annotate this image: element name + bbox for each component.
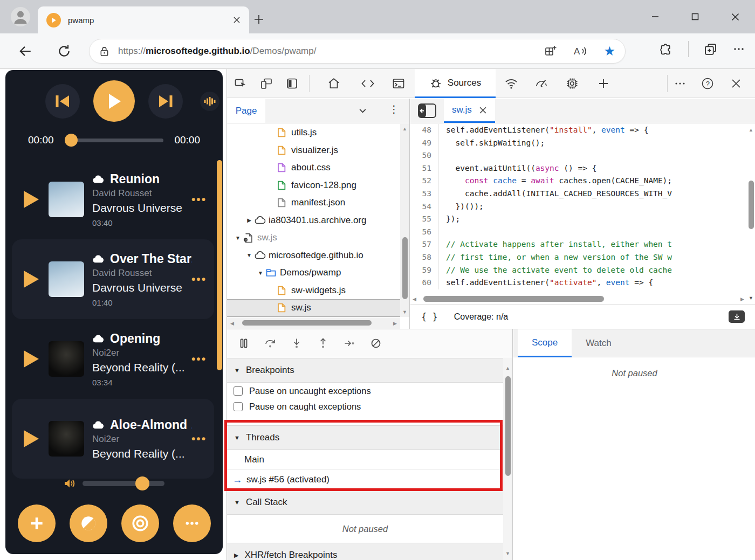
window-minimize-button[interactable] [635, 0, 675, 33]
scrollbar-thumb[interactable] [402, 237, 408, 299]
code-line-56[interactable]: 56 [410, 226, 746, 239]
line-number[interactable]: 49 [410, 137, 438, 150]
hide-navigator-icon[interactable] [418, 103, 436, 118]
dock-side-icon[interactable] [283, 74, 302, 93]
track-item-opening[interactable]: OpeningNoi2erBeyond Reality (...03:34••• [12, 319, 214, 399]
debugger-vertical-scrollbar[interactable]: ▲ ▼ [503, 358, 512, 560]
section-threads[interactable]: ▼ Threads [227, 425, 512, 450]
favorites-star-icon[interactable]: ★ [603, 45, 615, 58]
checkbox-unchecked[interactable] [234, 402, 243, 411]
code-line-59[interactable]: 59// We use the activate event to delete… [410, 264, 746, 277]
track-item-aloe-almond-[interactable]: Aloe-Almond ...Noi2erBeyond Reality (...… [12, 399, 214, 479]
triangle-expanded-icon[interactable]: ▼ [244, 252, 255, 258]
thread-row-main[interactable]: Main [227, 450, 503, 470]
playlist-scrollbar[interactable] [217, 160, 222, 370]
tree-item-favicon-128-png[interactable]: favicon-128.png [227, 177, 400, 195]
code-line-52[interactable]: 52 const cache = await caches.open(CACHE… [410, 175, 746, 188]
devtools-close-icon[interactable] [726, 74, 746, 93]
add-song-button[interactable] [18, 504, 56, 542]
line-number[interactable]: 60 [410, 276, 438, 289]
tree-item-manifest-json[interactable]: manifest.json [227, 194, 400, 212]
browser-menu-icon[interactable] [732, 43, 745, 56]
triangle-expanded-icon[interactable]: ▼ [255, 270, 266, 276]
scroll-down-icon[interactable]: ▼ [749, 295, 753, 301]
tab-sources[interactable]: Sources [415, 69, 496, 98]
scrollbar-thumb[interactable] [242, 320, 372, 326]
tab-scope[interactable]: Scope [518, 329, 572, 357]
track-menu-icon[interactable]: ••• [191, 432, 207, 445]
step-out-icon[interactable] [313, 333, 333, 354]
scroll-right-icon[interactable]: ▶ [393, 321, 397, 326]
address-bar[interactable]: https://microsoftedge.github.io/Demos/pw… [89, 39, 626, 64]
download-icon[interactable] [729, 310, 745, 323]
devtools-menu-icon[interactable] [670, 74, 690, 93]
step-over-icon[interactable] [260, 333, 280, 354]
code-line-58[interactable]: 58// first time, or when a new version o… [410, 251, 746, 264]
profile-avatar[interactable] [5, 2, 36, 31]
line-number[interactable]: 57 [410, 238, 438, 251]
deactivate-breakpoints-icon[interactable] [366, 333, 386, 354]
code-line-50[interactable]: 50 [410, 149, 746, 162]
line-number[interactable]: 50 [410, 149, 438, 162]
tree-item-demos-pwamp[interactable]: ▼Demos/pwamp [227, 264, 400, 282]
elements-panel-icon[interactable] [358, 74, 378, 93]
checkbox-row[interactable]: Pause on caught exceptions [227, 399, 503, 414]
section-call-stack[interactable]: ▼ Call Stack [227, 490, 512, 515]
navigator-tab-page[interactable]: Page [227, 99, 265, 123]
play-button[interactable] [93, 80, 135, 122]
checkbox-row[interactable]: Pause on uncaught exceptions [227, 383, 503, 399]
tree-item-sw-js[interactable]: ▼sw.js [227, 229, 400, 247]
scroll-up-icon[interactable]: ▲ [749, 127, 753, 133]
checkbox-unchecked[interactable] [234, 386, 243, 396]
scroll-up-icon[interactable]: ▲ [402, 126, 407, 132]
editor-vertical-scrollbar[interactable]: ▲ ▼ [746, 124, 755, 304]
pause-script-icon[interactable] [234, 333, 254, 354]
code-line-48[interactable]: 48self.addEventListener("install", event… [410, 124, 746, 137]
performance-panel-icon[interactable] [532, 74, 551, 93]
track-item-over-the-star-[interactable]: Over The Star...David RoussetDavrous Uni… [12, 239, 214, 319]
line-number[interactable]: 53 [410, 188, 438, 201]
scrollbar-thumb[interactable] [505, 376, 511, 476]
visualizer-button[interactable] [200, 92, 219, 111]
step-icon[interactable] [339, 333, 360, 354]
scroll-down-icon[interactable]: ▼ [505, 551, 510, 556]
line-number[interactable]: 58 [410, 251, 438, 264]
previous-track-button[interactable] [45, 84, 80, 119]
code-line-53[interactable]: 53 cache.addAll(INITIAL_CACHED_RESOURCES… [410, 188, 746, 201]
triangle-expanded-icon[interactable]: ▼ [232, 235, 243, 241]
editor-horizontal-scrollbar[interactable]: ◀ ▶ [410, 294, 746, 304]
track-play-icon[interactable] [22, 429, 40, 448]
next-track-button[interactable] [148, 84, 183, 119]
collections-icon[interactable] [704, 43, 717, 56]
tree-item-utils-js[interactable]: utils.js [227, 124, 400, 142]
tab-close-icon[interactable] [233, 16, 241, 24]
scroll-left-icon[interactable]: ◀ [413, 296, 416, 302]
volume-slider[interactable] [83, 476, 164, 490]
inspect-element-icon[interactable] [231, 74, 250, 93]
console-panel-icon[interactable] [389, 74, 408, 93]
track-menu-icon[interactable]: ••• [191, 193, 207, 206]
back-button[interactable] [18, 44, 32, 58]
more-options-button[interactable] [173, 504, 211, 542]
code-line-51[interactable]: 51 event.waitUntil((async () => { [410, 162, 746, 175]
line-number[interactable]: 51 [410, 162, 438, 175]
app-install-icon[interactable] [544, 45, 557, 58]
code-line-55[interactable]: 55}); [410, 213, 746, 226]
extensions-puzzle-icon[interactable] [660, 43, 673, 56]
code-line-49[interactable]: 49 self.skipWaiting(); [410, 137, 746, 150]
tab-watch[interactable]: Watch [572, 329, 626, 357]
tree-item-visualizer-js[interactable]: visualizer.js [227, 142, 400, 160]
line-number[interactable]: 56 [410, 226, 438, 239]
seek-slider[interactable] [65, 134, 164, 147]
navigator-menu-icon[interactable]: ⋮ [389, 103, 399, 115]
window-close-button[interactable] [715, 0, 755, 33]
scroll-down-icon[interactable]: ▼ [402, 309, 407, 315]
format-code-icon[interactable]: { } [421, 312, 438, 322]
line-number[interactable]: 54 [410, 201, 438, 213]
navigator-vertical-scrollbar[interactable]: ▲ ▼ [400, 124, 409, 317]
more-tabs-icon[interactable] [594, 74, 613, 93]
close-tab-icon[interactable] [479, 106, 487, 114]
line-number[interactable]: 55 [410, 213, 438, 226]
refresh-button[interactable] [57, 44, 71, 58]
code-viewport[interactable]: 48self.addEventListener("install", event… [410, 124, 746, 293]
